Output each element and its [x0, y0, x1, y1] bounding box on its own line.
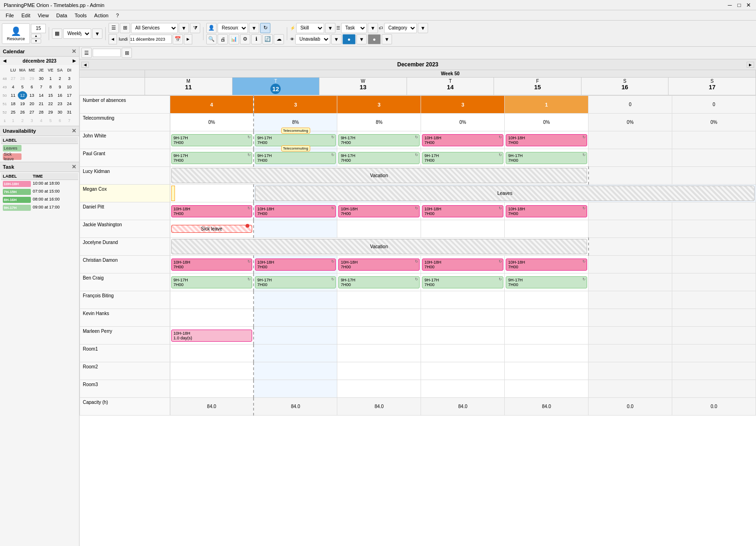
- schedule-cell[interactable]: 9H-17H7H00↻: [170, 273, 254, 291]
- shift-block[interactable]: 9H-17H7H00↻: [338, 134, 420, 146]
- cal-day[interactable]: 6: [27, 83, 36, 91]
- shift-block[interactable]: 9H-17H7H00↻: [506, 152, 587, 164]
- schedule-cell[interactable]: [672, 345, 756, 362]
- schedule-cell[interactable]: 84.0: [421, 398, 505, 416]
- resource-button[interactable]: 👤 Resource: [2, 23, 30, 44]
- sick-block[interactable]: Sick leave: [171, 225, 252, 233]
- shift-block[interactable]: 9H-17H7H00↻: [255, 134, 336, 146]
- shift-block[interactable]: 10H-18H7H00↻: [506, 259, 587, 271]
- cal-day[interactable]: 8: [46, 83, 55, 91]
- filter-col-btn[interactable]: ⊞: [122, 48, 132, 58]
- cal-prev-btn[interactable]: ◄: [2, 57, 7, 64]
- schedule-cell[interactable]: 84.0: [337, 398, 421, 416]
- schedule-cell[interactable]: [505, 220, 589, 238]
- cal-day[interactable]: 14: [36, 91, 46, 100]
- cal-day[interactable]: 6: [55, 116, 65, 125]
- schedule-cell[interactable]: 0%: [421, 114, 505, 131]
- cal-day[interactable]: 28: [36, 108, 46, 116]
- schedule-cell[interactable]: 10H-18H7H00↻: [254, 202, 337, 220]
- unavailability-item[interactable]: Leaves: [1, 144, 78, 152]
- cal-day[interactable]: 12: [18, 91, 27, 100]
- schedule-cell[interactable]: [505, 327, 589, 345]
- schedule-prev-btn[interactable]: ◄: [81, 62, 89, 68]
- schedule-cell[interactable]: 9H-17H7H00↻: [421, 273, 505, 291]
- schedule-cell[interactable]: [254, 380, 337, 398]
- schedule-cell[interactable]: 9H-17H7H00↻: [505, 149, 589, 167]
- help-btn[interactable]: ℹ: [251, 34, 262, 44]
- schedule-cell[interactable]: [672, 327, 756, 345]
- schedule-cell[interactable]: [672, 256, 756, 273]
- search-filter-input[interactable]: [93, 49, 121, 57]
- schedule-cell[interactable]: 10H-18H7H00↻: [421, 256, 505, 273]
- cal-day[interactable]: 2: [18, 116, 27, 125]
- cal-day[interactable]: 18: [8, 100, 18, 108]
- schedule-cell[interactable]: 9H-17H7H00↻: [170, 149, 254, 167]
- shift-block[interactable]: 9H-17H7H00↻: [422, 152, 503, 164]
- schedule-cell[interactable]: [505, 345, 589, 362]
- schedule-cell[interactable]: 1: [505, 96, 589, 114]
- schedule-cell[interactable]: [170, 185, 254, 202]
- schedule-cell[interactable]: 3: [254, 96, 337, 114]
- category-dropdown[interactable]: Category: [384, 23, 417, 33]
- schedule-cell[interactable]: 9H-17H7H00↻: [421, 149, 505, 167]
- menu-data[interactable]: Data: [52, 12, 71, 19]
- schedule-cell[interactable]: 9H-17H7H00↻: [170, 131, 254, 149]
- toggle2-btn[interactable]: ▼: [356, 34, 367, 44]
- shift-block[interactable]: 10H-18H7H00↻: [171, 259, 252, 271]
- schedule-cell[interactable]: 10H-18H7H00↻: [337, 202, 421, 220]
- cal-day[interactable]: 4: [8, 83, 18, 91]
- schedule-cell[interactable]: [170, 291, 254, 309]
- shift-block[interactable]: 10H-18H7H00↻: [422, 205, 503, 217]
- schedule-cell[interactable]: [672, 273, 756, 291]
- unavailability-close-btn[interactable]: ✕: [72, 128, 76, 134]
- shift-block[interactable]: 9H-17H7H00↻: [338, 276, 420, 288]
- schedule-area[interactable]: ☰ ⊞ ◄ December 2023 ► Week 50 M11T12W13T…: [80, 47, 756, 546]
- schedule-cell[interactable]: [589, 256, 672, 273]
- schedule-cell[interactable]: [589, 238, 672, 256]
- schedule-cell[interactable]: 10H-18H7H00↻: [421, 131, 505, 149]
- schedule-cell[interactable]: [589, 362, 672, 380]
- schedule-cell[interactable]: 9H-17H7H00↻: [337, 273, 421, 291]
- shift-block[interactable]: 10H-18H7H00↻: [171, 205, 252, 217]
- cal-day[interactable]: 29: [27, 74, 36, 83]
- schedule-cell[interactable]: [672, 362, 756, 380]
- cal-day[interactable]: 30: [55, 108, 65, 116]
- settings-btn[interactable]: ⚙: [240, 34, 250, 44]
- schedule-cell[interactable]: [421, 220, 505, 238]
- schedule-cell[interactable]: [337, 291, 421, 309]
- schedule-cell[interactable]: [505, 362, 589, 380]
- cal-day[interactable]: 28: [18, 74, 27, 83]
- cal-day[interactable]: 17: [65, 91, 74, 100]
- task-item[interactable]: 9H-17H09:00 at 17:00: [1, 204, 78, 212]
- shift-block[interactable]: 10H-18H7H00↻: [506, 134, 587, 146]
- cal-day[interactable]: 3: [27, 116, 36, 125]
- task-item[interactable]: 7H-15H07:00 at 15:00: [1, 188, 78, 196]
- cat-dd-btn[interactable]: ▼: [418, 23, 428, 33]
- schedule-cell[interactable]: [672, 238, 756, 256]
- cal-day[interactable]: 1: [8, 116, 18, 125]
- calendar-icon-btn[interactable]: 📅: [173, 34, 183, 44]
- calendar-close-btn[interactable]: ✕: [72, 48, 76, 55]
- schedule-cell[interactable]: 84.0: [254, 398, 337, 416]
- cal-day[interactable]: 1: [46, 74, 55, 83]
- schedule-cell[interactable]: [589, 380, 672, 398]
- schedule-cell[interactable]: 10H-18H7H00↻: [505, 202, 589, 220]
- schedule-cell[interactable]: [170, 309, 254, 327]
- schedule-cell[interactable]: [505, 380, 589, 398]
- shift-block[interactable]: 10H-18H7H00↻: [506, 205, 587, 217]
- toggle1-btn[interactable]: ●: [342, 34, 356, 44]
- schedule-cell[interactable]: [589, 345, 672, 362]
- cal-day[interactable]: 16: [55, 91, 65, 100]
- cal-day[interactable]: 7: [65, 116, 74, 125]
- menu-tools[interactable]: Tools: [71, 12, 91, 19]
- schedule-cell[interactable]: [589, 327, 672, 345]
- shift-block[interactable]: 10H-18H7H00↻: [338, 259, 420, 271]
- shift-block[interactable]: 9H-17H7H00↻: [338, 152, 420, 164]
- task-close-btn[interactable]: ✕: [72, 164, 76, 170]
- shift-block[interactable]: 10H-18H7H00↻: [255, 205, 336, 217]
- shift-block[interactable]: 10H-18H7H00↻: [255, 259, 336, 271]
- schedule-cell[interactable]: 10H-18H7H00↻: [170, 202, 254, 220]
- cal-day[interactable]: 25: [8, 108, 18, 116]
- schedule-cell[interactable]: [589, 131, 672, 149]
- shift-block[interactable]: 9H-17H7H00↻: [171, 152, 252, 164]
